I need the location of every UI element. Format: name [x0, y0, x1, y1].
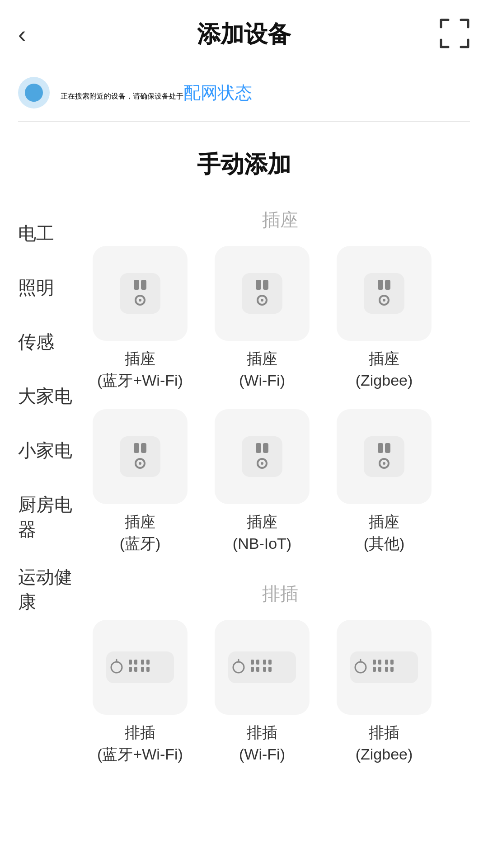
svg-rect-62	[390, 667, 394, 672]
device-socket-bluetooth[interactable]: 插座(蓝牙)	[86, 409, 194, 554]
svg-point-4	[139, 299, 141, 302]
strip-icon-3	[348, 642, 420, 692]
device-label-5: 插座(NB-IoT)	[233, 511, 291, 554]
svg-rect-38	[134, 667, 137, 672]
svg-rect-58	[390, 660, 394, 665]
svg-rect-2	[141, 280, 146, 290]
svg-rect-20	[242, 436, 282, 477]
svg-rect-12	[385, 280, 390, 290]
svg-rect-6	[256, 280, 261, 290]
category-label-strip: 排插	[86, 577, 474, 620]
device-label-6: 插座(其他)	[364, 511, 405, 554]
main-content: 电工 照明 传感 大家电 小家电 厨房电器 运动健康 插座	[0, 203, 488, 793]
svg-rect-59	[373, 667, 376, 672]
svg-rect-0	[120, 273, 160, 314]
device-label-9: 排插(Zigbee)	[356, 722, 413, 765]
device-label-3: 插座(Zigbee)	[356, 348, 413, 391]
sidebar-item-chufang[interactable]: 厨房电器	[0, 479, 72, 551]
svg-rect-46	[263, 660, 266, 665]
svg-rect-36	[146, 660, 150, 665]
socket-icon-3	[357, 266, 411, 321]
svg-rect-40	[146, 667, 150, 672]
sidebar-item-xiaojiadian[interactable]: 小家电	[0, 425, 72, 479]
device-socket-other[interactable]: 插座(其他)	[330, 409, 438, 554]
svg-rect-5	[242, 273, 282, 314]
svg-rect-41	[228, 651, 296, 683]
info-icon	[18, 77, 50, 108]
device-socket-wifi[interactable]: 插座(Wi-Fi)	[208, 246, 316, 391]
svg-rect-61	[385, 667, 388, 672]
svg-rect-30	[106, 651, 174, 683]
socket-icon-5	[235, 429, 289, 484]
svg-rect-7	[263, 280, 268, 290]
svg-rect-21	[256, 443, 261, 453]
page-title: 添加设备	[197, 19, 291, 50]
svg-rect-48	[251, 667, 254, 672]
strip-icon-1	[104, 642, 176, 692]
sidebar-item-chuangan[interactable]: 传感	[0, 316, 72, 370]
svg-rect-56	[378, 660, 381, 665]
socket-icon-2	[235, 266, 289, 321]
socket-icon-1	[113, 266, 167, 321]
device-socket-bluetooth-wifi[interactable]: 插座(蓝牙+Wi-Fi)	[86, 246, 194, 391]
sidebar-item-dianggong[interactable]: 电工	[0, 208, 72, 262]
socket-icon-box-5	[215, 409, 310, 504]
svg-rect-57	[385, 660, 388, 665]
info-link[interactable]: 配网状态	[183, 83, 252, 102]
socket-icon-6	[357, 429, 411, 484]
svg-rect-26	[378, 443, 383, 453]
sidebar-item-zhaoming[interactable]: 照明	[0, 262, 72, 316]
sidebar: 电工 照明 传感 大家电 小家电 厨房电器 运动健康	[0, 203, 72, 765]
device-label-2: 插座(Wi-Fi)	[239, 348, 285, 391]
svg-rect-45	[256, 660, 259, 665]
device-socket-nbiot[interactable]: 插座(NB-IoT)	[208, 409, 316, 554]
socket-icon-box-6	[337, 409, 432, 504]
socket-row-2: 插座(蓝牙) 插座(NB-IoT)	[86, 409, 474, 554]
socket-icon-box-1	[93, 246, 188, 341]
category-label-socket: 插座	[86, 203, 474, 246]
svg-rect-47	[268, 660, 272, 665]
device-label-4: 插座(蓝牙)	[120, 511, 161, 554]
svg-rect-39	[141, 667, 144, 672]
svg-rect-16	[134, 443, 139, 453]
manual-add-title: 手动添加	[0, 122, 488, 203]
info-bar: 正在搜索附近的设备，请确保设备处于配网状态	[0, 64, 488, 121]
device-strip-zigbee[interactable]: 排插(Zigbee)	[330, 620, 438, 765]
device-label-7: 排插(蓝牙+Wi-Fi)	[97, 722, 183, 765]
socket-icon-box-3	[337, 246, 432, 341]
svg-rect-11	[378, 280, 383, 290]
strip-icon-2	[226, 642, 298, 692]
svg-rect-22	[263, 443, 268, 453]
svg-rect-49	[256, 667, 259, 672]
socket-icon-box-4	[93, 409, 188, 504]
svg-rect-1	[134, 280, 139, 290]
svg-rect-33	[129, 660, 132, 665]
svg-rect-37	[129, 667, 132, 672]
socket-row-1: 插座(蓝牙+Wi-Fi) 插座(Wi-Fi)	[86, 246, 474, 391]
back-button[interactable]: ‹	[18, 21, 54, 48]
device-strip-wifi[interactable]: 排插(Wi-Fi)	[208, 620, 316, 765]
svg-rect-35	[141, 660, 144, 665]
svg-point-24	[261, 462, 263, 465]
device-socket-zigbee[interactable]: 插座(Zigbee)	[330, 246, 438, 391]
svg-rect-55	[373, 660, 376, 665]
svg-point-14	[383, 299, 385, 302]
svg-rect-10	[364, 273, 404, 314]
info-static-text: 正在搜索附近的设备，请确保设备处于	[61, 92, 183, 100]
grid-area: 插座 插座(蓝牙+Wi-Fi)	[72, 203, 488, 765]
svg-rect-34	[134, 660, 137, 665]
sidebar-item-dajiadian[interactable]: 大家电	[0, 370, 72, 425]
svg-rect-44	[251, 660, 254, 665]
strip-icon-box-2	[215, 620, 310, 715]
scan-icon	[439, 18, 470, 49]
device-strip-bluetooth-wifi[interactable]: 排插(蓝牙+Wi-Fi)	[86, 620, 194, 765]
socket-icon-box-2	[215, 246, 310, 341]
svg-point-19	[139, 462, 141, 465]
strip-icon-box-1	[93, 620, 188, 715]
sidebar-item-yundong[interactable]: 运动健康	[0, 551, 72, 623]
svg-rect-50	[263, 667, 266, 672]
info-text: 正在搜索附近的设备，请确保设备处于配网状态	[61, 81, 252, 104]
svg-rect-60	[378, 667, 381, 672]
scan-button[interactable]	[434, 18, 470, 51]
strip-row-1: 排插(蓝牙+Wi-Fi)	[86, 620, 474, 765]
